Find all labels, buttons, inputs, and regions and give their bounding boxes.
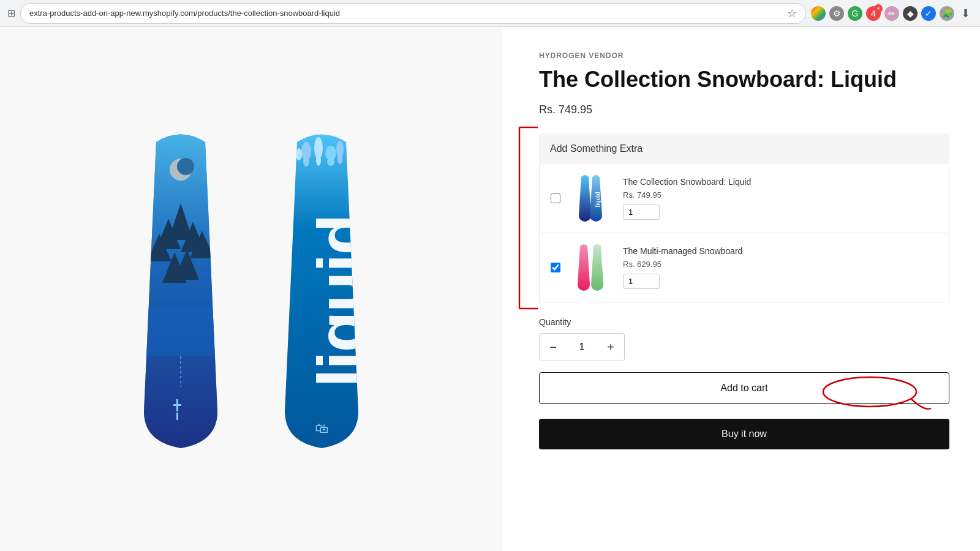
dark-ext-icon[interactable]: ◆ [903, 6, 918, 21]
svg-point-22 [337, 154, 342, 164]
buy-now-label: Buy it now [722, 429, 767, 439]
extra-item-2-qty[interactable] [623, 274, 660, 289]
url-text: extra-products-add-on-app-new.myshopify.… [29, 9, 783, 18]
download-icon[interactable]: ⬇ [958, 6, 973, 21]
quantity-increase-button[interactable]: + [597, 334, 624, 361]
product-details: HYDROGEN VENDOR The Collection Snowboard… [502, 27, 980, 551]
browser-extension-icons: ⚙ G 4 4 ✏ ◆ ✓ 🧩 ⬇ [811, 6, 973, 21]
extra-item-1-qty[interactable] [623, 204, 660, 220]
extra-item-1-info: The Collection Snowboard: Liquid Rs. 749… [623, 177, 938, 220]
tabs-icon[interactable]: ⊞ [7, 7, 15, 19]
extra-item-2-info: The Multi-managed Snowboard Rs. 629.95 [623, 246, 938, 289]
add-extra-section: Add Something Extra [539, 133, 949, 302]
svg-text:🛍: 🛍 [315, 421, 328, 436]
svg-text:liquid: liquid [594, 192, 601, 207]
extra-item-1-checkbox[interactable] [551, 193, 560, 203]
product-image-area: liquid 🛍 [0, 27, 502, 551]
extra-item-2-name: The Multi-managed Snowboard [623, 246, 938, 256]
badge-ext-icon[interactable]: 4 4 [866, 6, 881, 21]
quantity-value: 1 [567, 342, 597, 353]
quantity-section: Quantity − 1 + [539, 317, 949, 361]
svg-rect-9 [144, 307, 217, 356]
svg-text:liquid: liquid [303, 215, 379, 387]
svg-rect-12 [173, 404, 181, 406]
snowboard-right: liquid 🛍 [263, 130, 380, 448]
page-wrapper: liquid 🛍 HYDROGEN VENDOR The Collection … [0, 27, 980, 551]
badge-count: 4 [874, 4, 883, 13]
pen-icon[interactable]: ✏ [884, 6, 899, 21]
settings-icon[interactable]: ⚙ [829, 6, 844, 21]
chrome-icon[interactable] [811, 6, 826, 21]
add-to-cart-label: Add to cart [720, 383, 767, 393]
buy-now-button[interactable]: Buy it now [539, 419, 949, 449]
add-extra-header: Add Something Extra [539, 133, 949, 164]
add-to-cart-wrapper: Add to cart [539, 372, 949, 411]
extra-item-1-price: Rs. 749.95 [623, 190, 938, 200]
blue-ext-icon[interactable]: ✓ [921, 6, 936, 21]
svg-point-21 [327, 157, 334, 166]
extra-item-1: liquid The Collection Snowboard: Liquid … [540, 164, 949, 233]
snowboards-container: liquid 🛍 [123, 130, 380, 448]
snowboard-left [123, 130, 239, 448]
add-extra-items: liquid The Collection Snowboard: Liquid … [539, 164, 949, 302]
product-title: The Collection Snowboard: Liquid [539, 66, 949, 92]
vendor-label: HYDROGEN VENDOR [539, 51, 949, 60]
extra-item-2-checkbox[interactable] [551, 263, 560, 272]
extra-item-1-image: liquid [570, 174, 613, 223]
extra-item-1-name: The Collection Snowboard: Liquid [623, 177, 938, 187]
extra-item-2: The Multi-managed Snowboard Rs. 629.95 [540, 233, 949, 302]
quantity-label: Quantity [539, 317, 949, 327]
svg-rect-13 [176, 413, 178, 420]
bookmark-icon[interactable]: ☆ [787, 7, 797, 20]
add-to-cart-button[interactable]: Add to cart [539, 372, 949, 404]
product-price: Rs. 749.95 [539, 103, 949, 116]
svg-point-19 [303, 157, 309, 167]
quantity-control: − 1 + [539, 333, 625, 361]
svg-point-18 [296, 148, 302, 160]
address-bar[interactable]: extra-products-add-on-app-new.myshopify.… [20, 3, 806, 24]
puzzle-icon[interactable]: 🧩 [940, 6, 954, 21]
svg-point-1 [177, 158, 194, 175]
extra-item-2-price: Rs. 629.95 [623, 260, 938, 269]
svg-point-20 [316, 155, 321, 166]
browser-chrome: ⊞ extra-products-add-on-app-new.myshopif… [0, 0, 980, 27]
quantity-decrease-button[interactable]: − [540, 334, 567, 361]
extra-item-2-image [570, 243, 613, 292]
green-ext-icon[interactable]: G [848, 6, 862, 21]
